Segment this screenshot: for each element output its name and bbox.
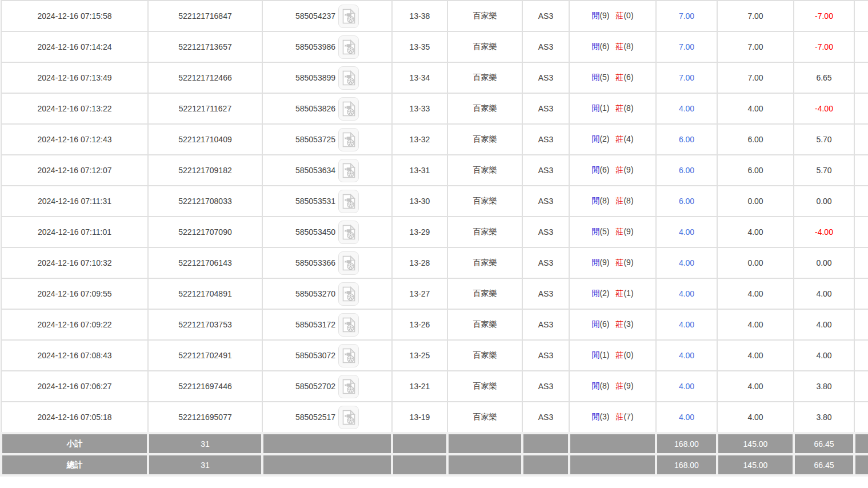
game-type: 百家樂	[447, 124, 522, 155]
game-result: 閒(2) 莊(4)	[569, 124, 656, 155]
banker-score: (1)	[623, 289, 633, 298]
video-replay-button[interactable]	[338, 344, 359, 367]
bet-amount-cell: 7.00	[656, 1, 717, 31]
video-replay-button[interactable]	[338, 221, 359, 244]
game-result: 閒(2) 莊(1)	[569, 278, 656, 309]
table-row: 2024-12-16 07:14:24 522121713657 5850539…	[1, 31, 868, 62]
game-result: 閒(8) 莊(8)	[569, 186, 656, 217]
video-replay-button[interactable]	[338, 159, 359, 182]
summary-bet-count: 31	[148, 454, 262, 475]
table-row: 2024-12-16 07:12:07 522121709182 5850536…	[1, 155, 868, 186]
empty-cell	[854, 93, 868, 124]
table-row: 2024-12-16 07:05:18 522121695077 5850525…	[1, 402, 868, 433]
bet-time: 2024-12-16 07:12:43	[1, 124, 148, 155]
table-code: AS3	[522, 124, 569, 155]
player-label: 閒	[591, 42, 599, 51]
table-code: AS3	[522, 217, 569, 247]
bet-amount-link[interactable]: 4.00	[679, 258, 694, 267]
bet-number: 522121716847	[148, 1, 262, 31]
bet-amount-link[interactable]: 4.00	[679, 413, 694, 422]
game-result: 閒(9) 莊(9)	[569, 247, 656, 278]
video-replay-icon	[342, 194, 355, 209]
banker-label: 莊	[615, 412, 623, 421]
player-label: 閒	[591, 412, 599, 421]
player-label: 閒	[591, 73, 599, 82]
bet-number: 522121708033	[148, 186, 262, 217]
bet-amount-link[interactable]: 7.00	[679, 42, 694, 51]
valid-bet-amount: 0.00	[717, 247, 794, 278]
banker-score: (4)	[623, 134, 633, 143]
bet-amount-link[interactable]: 4.00	[679, 227, 694, 237]
win-loss-amount: -7.00	[794, 1, 854, 31]
summary-empty-cell	[522, 454, 569, 475]
video-replay-button[interactable]	[338, 313, 359, 337]
game-number-cell: 585053270	[262, 278, 392, 309]
bet-amount-cell: 6.00	[656, 186, 717, 217]
game-result: 閒(5) 莊(6)	[569, 62, 656, 93]
valid-bet-amount: 4.00	[717, 278, 794, 309]
video-replay-button[interactable]	[338, 375, 359, 398]
empty-cell	[854, 62, 868, 93]
bet-time: 2024-12-16 07:14:24	[1, 31, 148, 62]
win-loss-amount: 3.80	[794, 402, 854, 433]
player-label: 閒	[591, 381, 599, 390]
video-replay-icon	[342, 317, 355, 333]
game-type: 百家樂	[447, 186, 522, 217]
bet-amount-cell: 6.00	[656, 124, 717, 155]
video-replay-button[interactable]	[338, 35, 359, 59]
video-replay-button[interactable]	[338, 97, 359, 121]
player-label: 閒	[591, 196, 599, 205]
banker-score: (0)	[623, 350, 633, 359]
empty-cell	[854, 278, 868, 309]
video-replay-button[interactable]	[338, 190, 359, 213]
bet-amount-link[interactable]: 4.00	[679, 382, 694, 391]
video-replay-button[interactable]	[338, 128, 359, 151]
player-score: (6)	[599, 42, 609, 51]
bet-number: 522121704891	[148, 278, 262, 309]
table-code: AS3	[522, 340, 569, 371]
bet-amount-link[interactable]: 6.00	[679, 135, 694, 144]
video-replay-button[interactable]	[338, 5, 359, 28]
player-label: 閒	[591, 289, 599, 298]
video-replay-icon	[342, 225, 355, 240]
game-type: 百家樂	[447, 340, 522, 371]
empty-cell	[854, 31, 868, 62]
video-replay-button[interactable]	[338, 66, 359, 90]
player-score: (8)	[599, 196, 609, 205]
bet-amount-cell: 4.00	[656, 402, 717, 433]
empty-cell	[854, 217, 868, 247]
video-replay-button[interactable]	[338, 406, 359, 429]
video-replay-icon	[342, 255, 355, 271]
summary-empty-cell	[262, 433, 392, 454]
video-replay-button[interactable]	[338, 251, 359, 275]
bet-amount-link[interactable]: 7.00	[679, 11, 694, 21]
valid-bet-amount: 6.00	[717, 124, 794, 155]
table-round: 13-33	[392, 93, 447, 124]
bet-amount-cell: 7.00	[656, 31, 717, 62]
summary-empty-cell	[569, 454, 656, 475]
summary-row: 總計 31 168.00 145.00 66.45	[1, 454, 868, 475]
game-type: 百家樂	[447, 217, 522, 247]
bet-amount-link[interactable]: 4.00	[679, 320, 694, 329]
bet-amount-cell: 7.00	[656, 62, 717, 93]
bet-amount-link[interactable]: 7.00	[679, 73, 694, 82]
video-replay-icon	[342, 163, 355, 178]
bet-amount-link[interactable]: 6.00	[679, 197, 694, 206]
game-type: 百家樂	[447, 93, 522, 124]
banker-score: (6)	[623, 73, 633, 82]
banker-score: (9)	[623, 258, 633, 267]
bet-amount-link[interactable]: 6.00	[679, 166, 694, 175]
summary-empty-cell	[522, 433, 569, 454]
banker-label: 莊	[615, 350, 623, 359]
bet-amount-link[interactable]: 4.00	[679, 104, 694, 113]
game-result: 閒(5) 莊(9)	[569, 217, 656, 247]
banker-label: 莊	[615, 11, 623, 20]
player-label: 閒	[591, 11, 599, 20]
bet-amount-link[interactable]: 4.00	[679, 289, 694, 298]
video-replay-button[interactable]	[338, 282, 359, 306]
player-score: (9)	[599, 258, 609, 267]
bet-time: 2024-12-16 07:10:32	[1, 247, 148, 278]
empty-cell	[854, 247, 868, 278]
bet-amount-link[interactable]: 4.00	[679, 351, 694, 360]
win-loss-amount: 5.70	[794, 124, 854, 155]
